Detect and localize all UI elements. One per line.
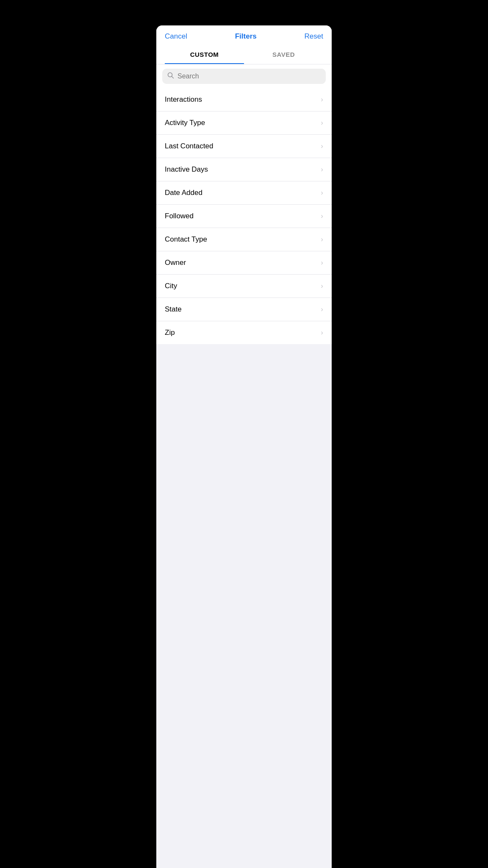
filter-label: State <box>165 305 182 314</box>
filter-label: Zip <box>165 328 175 337</box>
chevron-right-icon: › <box>321 282 323 290</box>
filter-item-activity-type[interactable]: Activity Type › <box>156 111 332 135</box>
filter-item-zip[interactable]: Zip › <box>156 321 332 344</box>
chevron-right-icon: › <box>321 212 323 220</box>
filter-item-last-contacted[interactable]: Last Contacted › <box>156 135 332 158</box>
chevron-right-icon: › <box>321 165 323 174</box>
filter-item-date-added[interactable]: Date Added › <box>156 181 332 205</box>
filter-label: Contact Type <box>165 235 207 244</box>
filter-label: City <box>165 282 177 290</box>
chevron-right-icon: › <box>321 142 323 150</box>
search-input-wrapper[interactable] <box>162 69 326 84</box>
screen: Cancel Filters Reset CUSTOM SAVED <box>156 0 332 868</box>
filter-label: Inactive Days <box>165 165 208 174</box>
modal-container: Cancel Filters Reset CUSTOM SAVED <box>156 25 332 868</box>
filter-item-city[interactable]: City › <box>156 275 332 298</box>
tab-saved[interactable]: SAVED <box>244 47 323 64</box>
chevron-right-icon: › <box>321 259 323 267</box>
header: Cancel Filters Reset CUSTOM SAVED <box>156 25 332 64</box>
chevron-right-icon: › <box>321 305 323 314</box>
filter-label: Interactions <box>165 95 202 104</box>
filter-item-inactive-days[interactable]: Inactive Days › <box>156 158 332 181</box>
svg-line-1 <box>172 77 174 78</box>
chevron-right-icon: › <box>321 189 323 197</box>
chevron-right-icon: › <box>321 119 323 127</box>
filter-item-contact-type[interactable]: Contact Type › <box>156 228 332 251</box>
filter-item-state[interactable]: State › <box>156 298 332 321</box>
tab-custom[interactable]: CUSTOM <box>165 47 244 64</box>
tabs-container: CUSTOM SAVED <box>165 47 323 64</box>
filter-label: Owner <box>165 259 186 267</box>
search-icon <box>167 72 174 81</box>
reset-button[interactable]: Reset <box>305 32 323 41</box>
filter-label: Date Added <box>165 189 202 197</box>
content-area: Interactions › Activity Type › Last Cont… <box>156 64 332 344</box>
search-input[interactable] <box>177 72 321 80</box>
cancel-button[interactable]: Cancel <box>165 32 187 41</box>
filter-list: Interactions › Activity Type › Last Cont… <box>156 88 332 344</box>
chevron-right-icon: › <box>321 235 323 244</box>
filter-label: Activity Type <box>165 119 205 127</box>
filter-item-interactions[interactable]: Interactions › <box>156 88 332 111</box>
search-bar <box>156 64 332 88</box>
header-row: Cancel Filters Reset <box>165 32 323 47</box>
filter-label: Last Contacted <box>165 142 213 150</box>
filter-item-followed[interactable]: Followed › <box>156 205 332 228</box>
chevron-right-icon: › <box>321 328 323 337</box>
filter-label: Followed <box>165 212 194 220</box>
filter-item-owner[interactable]: Owner › <box>156 251 332 275</box>
page-title: Filters <box>235 32 257 41</box>
chevron-right-icon: › <box>321 95 323 104</box>
